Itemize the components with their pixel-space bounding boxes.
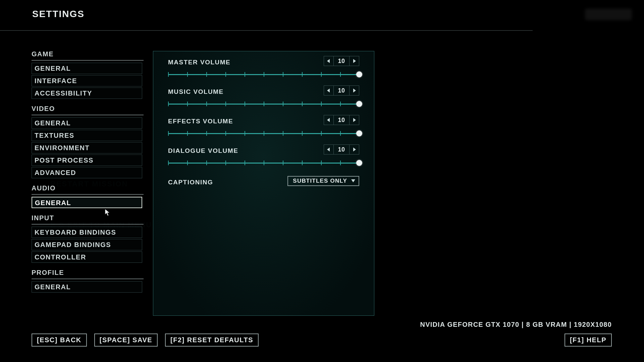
svg-marker-2: [327, 88, 330, 93]
volume-slider[interactable]: [168, 72, 359, 77]
settings-screen: SETTINGS RESTART MISSION E & EXIT TO MAI…: [0, 0, 644, 362]
watermark-placeholder: [585, 9, 632, 20]
svg-marker-5: [353, 118, 356, 122]
sidebar-category-profile: PROFILE GENERAL: [32, 269, 144, 293]
stepper-increment-icon[interactable]: [350, 56, 359, 66]
sidebar-item-audio-general[interactable]: GENERAL: [32, 197, 142, 208]
stepper-value: 10: [333, 115, 350, 125]
slider-tick: [321, 72, 322, 77]
slider-tick: [245, 131, 245, 136]
volume-slider[interactable]: [168, 131, 359, 136]
sidebar-item-video-environment[interactable]: ENVIRONMENT: [32, 142, 142, 154]
sidebar-category-audio: AUDIO GENERAL: [32, 184, 144, 208]
value-stepper: 10: [324, 56, 359, 66]
svg-marker-8: [351, 179, 355, 182]
slider-tick: [264, 102, 264, 106]
stepper-value: 10: [333, 86, 350, 95]
page-title: SETTINGS: [32, 9, 85, 19]
stepper-decrement-icon[interactable]: [324, 115, 333, 125]
slider-tick: [187, 161, 188, 165]
slider-tick: [225, 102, 226, 106]
slider-tick: [206, 102, 207, 106]
category-divider: [32, 194, 144, 195]
slider-tick: [340, 161, 341, 165]
stepper-increment-icon[interactable]: [350, 115, 359, 125]
sidebar-item-video-advanced[interactable]: ADVANCED: [32, 167, 142, 178]
help-button[interactable]: [F1] HELP: [565, 334, 612, 347]
save-button[interactable]: [SPACE] SAVE: [94, 334, 158, 347]
setting-dialogue-volume: DIALOGUE VOLUME 10: [153, 136, 374, 165]
sidebar-item-video-textures[interactable]: TEXTURES: [32, 130, 142, 141]
footer-left: [ESC] BACK [SPACE] SAVE [F2] RESET DEFAU…: [32, 334, 259, 347]
slider-tick: [168, 72, 169, 77]
stepper-decrement-icon[interactable]: [324, 145, 333, 154]
svg-marker-0: [327, 59, 330, 63]
stepper-increment-icon[interactable]: [350, 86, 359, 95]
slider-tick: [283, 102, 283, 106]
sidebar-item-video-general[interactable]: GENERAL: [32, 117, 142, 129]
svg-marker-6: [327, 147, 330, 152]
sidebar-item-input-gamepad[interactable]: GAMEPAD BINDINGS: [32, 239, 142, 250]
sidebar-item-game-accessibility[interactable]: ACCESSIBILITY: [32, 87, 142, 99]
captioning-dropdown[interactable]: SUBTITLES ONLY: [287, 176, 359, 186]
slider-tick: [321, 161, 322, 165]
sidebar-item-profile-general[interactable]: GENERAL: [32, 281, 142, 293]
reset-defaults-button[interactable]: [F2] RESET DEFAULTS: [165, 334, 259, 347]
slider-tick: [283, 131, 283, 136]
gpu-info: NVIDIA GEFORCE GTX 1070 | 8 GB VRAM | 19…: [420, 321, 612, 328]
slider-tick: [321, 131, 322, 136]
footer-right: [F1] HELP: [565, 334, 612, 347]
slider-tick: [283, 72, 283, 77]
svg-marker-3: [353, 88, 356, 93]
slider-tick: [206, 131, 207, 136]
slider-tick: [187, 102, 188, 106]
sidebar-item-game-general[interactable]: GENERAL: [32, 63, 142, 74]
header-divider: [0, 30, 533, 31]
slider-tick: [245, 161, 245, 165]
value-stepper: 10: [324, 144, 359, 155]
back-button[interactable]: [ESC] BACK: [32, 334, 87, 347]
slider-tick: [264, 161, 264, 165]
category-label: AUDIO: [32, 184, 144, 192]
stepper-value: 10: [333, 56, 350, 66]
category-label: PROFILE: [32, 269, 144, 277]
slider-tick: [245, 72, 245, 77]
setting-music-volume: MUSIC VOLUME 10: [153, 77, 374, 106]
slider-tick: [168, 131, 169, 136]
slider-tick: [245, 102, 245, 106]
volume-slider[interactable]: [168, 161, 359, 165]
stepper-value: 10: [333, 145, 350, 154]
category-label: INPUT: [32, 214, 144, 222]
slider-tick: [206, 161, 207, 165]
sidebar-item-game-interface[interactable]: INTERFACE: [32, 75, 142, 86]
slider-tick: [168, 102, 169, 106]
sidebar-item-input-controller[interactable]: CONTROLLER: [32, 251, 142, 263]
settings-panel: MASTER VOLUME 10: [153, 51, 374, 316]
slider-tick: [302, 102, 303, 106]
category-divider: [32, 60, 144, 61]
slider-tick: [264, 131, 264, 136]
settings-sidebar: GAME GENERAL INTERFACE ACCESSIBILITY VID…: [32, 50, 144, 299]
sidebar-item-input-keyboard[interactable]: KEYBOARD BINDINGS: [32, 227, 142, 238]
setting-captioning: CAPTIONING SUBTITLES ONLY: [153, 165, 374, 186]
svg-marker-7: [353, 147, 356, 152]
slider-tick: [302, 72, 303, 77]
sidebar-category-video: VIDEO GENERAL TEXTURES ENVIRONMENT POST …: [32, 105, 144, 178]
svg-marker-4: [327, 118, 330, 122]
sidebar-item-video-postprocess[interactable]: POST PROCESS: [32, 155, 142, 166]
category-label: VIDEO: [32, 105, 144, 113]
volume-slider[interactable]: [168, 102, 359, 106]
category-divider: [32, 115, 144, 115]
category-label: GAME: [32, 50, 144, 58]
setting-master-volume: MASTER VOLUME 10: [153, 51, 374, 77]
category-divider: [32, 224, 144, 225]
value-stepper: 10: [324, 85, 359, 96]
stepper-decrement-icon[interactable]: [324, 56, 333, 66]
slider-tick: [187, 72, 188, 77]
slider-tick: [264, 72, 264, 77]
dropdown-value: SUBTITLES ONLY: [293, 178, 347, 184]
slider-tick: [321, 102, 322, 106]
stepper-increment-icon[interactable]: [350, 145, 359, 154]
stepper-decrement-icon[interactable]: [324, 86, 333, 95]
setting-effects-volume: EFFECTS VOLUME 10: [153, 106, 374, 136]
